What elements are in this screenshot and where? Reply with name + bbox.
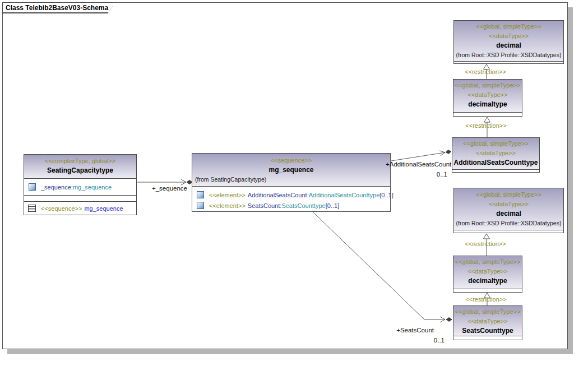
class-node-mg-sequence[interactable]: <<sequence>> mg_sequence (from SeatingCa… bbox=[192, 153, 391, 212]
element-row: <<element>> SeatsCount:SeatsCounttype[0.… bbox=[192, 200, 390, 211]
association-label-additionalseatscount: +AdditionalSeatsCount bbox=[386, 161, 448, 168]
class-node-decimaltype-lower[interactable]: <<global, simpleType>> <<dataType>> deci… bbox=[453, 256, 522, 293]
part-name: mg_sequence bbox=[84, 205, 123, 212]
restriction-stereotype-label: <<restriction>> bbox=[452, 68, 519, 75]
diagram-title: Class Telebib2BaseV03-Schema bbox=[3, 3, 114, 12]
stereotype-label: <<global, simpleType>> bbox=[452, 138, 539, 149]
empty-compartment bbox=[454, 61, 563, 63]
stereotype-label: <<dataType>> bbox=[453, 317, 522, 326]
association-label-sequence: +_sequence bbox=[140, 185, 187, 192]
class-node-seatscounttype[interactable]: <<global, simpleType>> <<dataType>> Seat… bbox=[453, 305, 522, 340]
stereotype-label: <<sequence>> bbox=[192, 154, 390, 165]
class-name: SeatsCounttype bbox=[453, 326, 522, 336]
class-node-additionalseatscounttype[interactable]: <<global, simpleType>> <<dataType>> Addi… bbox=[452, 137, 540, 173]
sequence-part-icon bbox=[28, 205, 36, 212]
attribute-name: _sequence: bbox=[41, 184, 73, 191]
from-label: (from Root::XSD Profile::XSDDatatypes) bbox=[454, 50, 563, 60]
element-stereotype: <<element>> bbox=[209, 192, 246, 198]
empty-compartment bbox=[453, 289, 522, 292]
stereotype-label: <<dataType>> bbox=[453, 267, 522, 276]
class-node-decimaltype-upper[interactable]: <<global, simpleType>> <<dataType>> deci… bbox=[453, 79, 522, 117]
class-name: decimal bbox=[454, 41, 563, 50]
empty-compartment bbox=[454, 230, 563, 233]
stereotype-label: <<dataType>> bbox=[452, 149, 539, 158]
multiplicity-label: 0..1 bbox=[418, 337, 445, 344]
part-stereotype: <<sequence>> bbox=[41, 205, 82, 212]
element-type: SeatsCounttype bbox=[281, 202, 325, 209]
attribute-icon bbox=[197, 202, 204, 209]
from-label: (from Root::XSD Profile::XSDDatatypes) bbox=[454, 219, 563, 228]
part-row: <<sequence>> mg_sequence bbox=[24, 201, 136, 215]
stereotype-label: <<dataType>> bbox=[454, 31, 563, 41]
empty-compartment bbox=[453, 336, 522, 340]
attribute-row: _sequence:mg_sequence bbox=[24, 178, 136, 195]
class-node-decimal-upper[interactable]: <<global, simpleType>> <<dataType>> deci… bbox=[453, 20, 564, 64]
diagram-canvas: Class Telebib2BaseV03-Schema bbox=[0, 0, 588, 366]
empty-compartment bbox=[24, 195, 136, 201]
element-type: AdditionalSeatsCounttype bbox=[309, 192, 380, 198]
class-name: decimaltype bbox=[453, 100, 522, 109]
element-stereotype: <<element>> bbox=[209, 202, 246, 209]
element-multiplicity: [0..1] bbox=[326, 202, 339, 209]
element-row: <<element>> AdditionalSeatsCount:Additio… bbox=[192, 189, 390, 200]
class-node-decimal-lower[interactable]: <<global, simpleType>> <<dataType>> deci… bbox=[453, 188, 564, 233]
restriction-stereotype-label: <<restriction>> bbox=[452, 122, 520, 129]
attribute-icon bbox=[29, 183, 36, 191]
stereotype-label: <<global, simpleType>> bbox=[453, 80, 522, 90]
stereotype-label: <<global, simpleType>> bbox=[454, 188, 563, 200]
from-label: (from SeatingCapacitytype) bbox=[192, 175, 390, 184]
stereotype-label: <<global, simpleType>> bbox=[453, 256, 522, 267]
stereotype-label: <<dataType>> bbox=[454, 200, 563, 209]
attribute-type: mg_sequence bbox=[73, 184, 112, 191]
stereotype-label: <<global, simpleType>> bbox=[454, 21, 563, 31]
element-name: AdditionalSeatsCount: bbox=[248, 192, 309, 198]
diagram-frame-tab: Class Telebib2BaseV03-Schema bbox=[2, 2, 113, 13]
class-name: decimal bbox=[454, 209, 563, 219]
class-name: SeatingCapacitytype bbox=[24, 166, 136, 175]
class-name: AdditionalSeatsCounttype bbox=[452, 158, 539, 168]
restriction-stereotype-label: <<restriction>> bbox=[452, 296, 520, 303]
stereotype-label: <<complexType, global>> bbox=[24, 155, 136, 166]
empty-compartment bbox=[453, 112, 522, 116]
restriction-stereotype-label: <<restriction>> bbox=[452, 240, 519, 247]
class-name: decimaltype bbox=[453, 276, 522, 286]
attribute-icon bbox=[197, 191, 204, 198]
element-name: SeatsCount: bbox=[248, 202, 282, 209]
association-label-seatscount: +SeatsCount bbox=[386, 327, 434, 333]
element-multiplicity: [0..1] bbox=[379, 192, 393, 198]
stereotype-label: <<dataType>> bbox=[453, 90, 522, 100]
multiplicity-label: 0..1 bbox=[420, 171, 447, 178]
stereotype-label: <<global, simpleType>> bbox=[453, 306, 522, 317]
class-name: mg_sequence bbox=[192, 165, 390, 175]
empty-compartment bbox=[452, 169, 539, 172]
class-node-seatingcapacitytype[interactable]: <<complexType, global>> SeatingCapacityt… bbox=[24, 154, 137, 215]
